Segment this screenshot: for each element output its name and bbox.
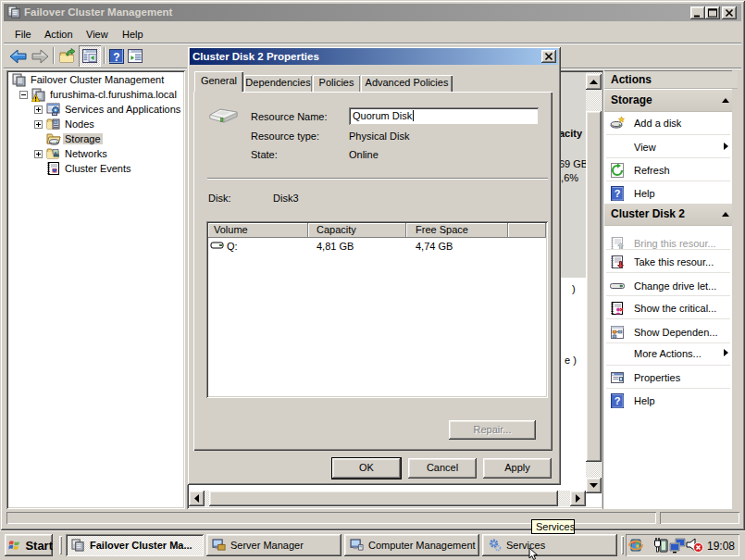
svg-text:?: ? — [615, 188, 621, 199]
svg-text:?: ? — [615, 395, 621, 406]
svg-text:?: ? — [113, 51, 119, 64]
